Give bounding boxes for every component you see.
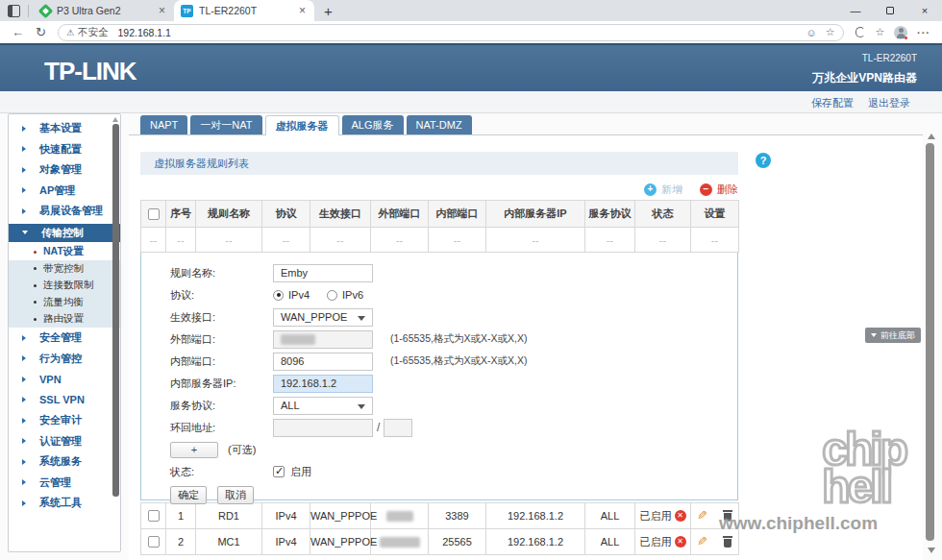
sidebar-item-basic-settings[interactable]: 基本设置 [9, 118, 120, 139]
external-port-input[interactable] [273, 330, 373, 349]
delete-rule-button[interactable]: − 删除 [700, 183, 738, 197]
browser-tab-p3[interactable]: P3 Ultra Gen2 × [34, 0, 174, 21]
tab-actions-icon[interactable] [8, 5, 20, 17]
cancel-button[interactable]: 取消 [217, 486, 254, 504]
server-ip-input[interactable] [273, 375, 373, 393]
logout-link[interactable]: 退出登录 [868, 97, 910, 109]
col-header: 协议 [262, 201, 310, 228]
chevron-down-icon [358, 404, 365, 409]
filter-cell[interactable]: -- [486, 228, 585, 253]
edit-icon[interactable] [697, 510, 709, 523]
sidebar-scrollbar[interactable] [112, 124, 119, 497]
rule-table-header: 序号 规则名称 协议 生效接口 外部端口 内部端口 内部服务器IP 服务协议 状… [140, 200, 739, 253]
disable-icon[interactable]: ✕ [675, 510, 686, 522]
tab-napt[interactable]: NAPT [140, 115, 187, 134]
add-rule-button[interactable]: + 新增 [644, 183, 682, 197]
ok-button[interactable]: 确定 [170, 486, 207, 504]
row-checkbox[interactable] [148, 510, 160, 522]
filter-cell[interactable]: -- [166, 228, 196, 253]
page-scroll-up-icon[interactable] [928, 134, 935, 139]
tab-alg-service[interactable]: ALG服务 [342, 115, 404, 134]
close-window-button[interactable]: × [907, 0, 942, 21]
sidebar-item-vpn[interactable]: VPN [9, 369, 120, 390]
select-all-checkbox[interactable] [148, 208, 160, 220]
tab-one-to-one-nat[interactable]: 一对一NAT [190, 115, 261, 134]
row-checkbox[interactable] [148, 536, 160, 548]
tab-virtual-server[interactable]: 虚拟服务器 [265, 115, 339, 135]
internal-port-input[interactable] [273, 353, 373, 371]
sidebar-item-behavior-control[interactable]: 行为管控 [9, 349, 120, 370]
sidebar-item-quick-setup[interactable]: 快速配置 [9, 139, 120, 160]
ipv6-radio[interactable] [327, 290, 337, 301]
sidebar-subitem-load-balance[interactable]: 流量均衡 [9, 294, 120, 311]
filter-cell[interactable]: -- [262, 228, 310, 253]
sidebar-scroll-up-icon[interactable] [112, 117, 118, 122]
bullet-icon [34, 301, 37, 304]
minimize-button[interactable]: — [838, 0, 873, 21]
loopback-input[interactable] [273, 419, 373, 437]
edit-icon[interactable] [697, 536, 709, 548]
feedback-icon[interactable]: ☺ [806, 27, 816, 38]
sidebar-item-mesh-device-mgmt[interactable]: 易展设备管理 [9, 201, 120, 222]
url-text[interactable]: 192.168.1.1 [117, 27, 170, 38]
sidebar-item-object-mgmt[interactable]: 对象管理 [9, 159, 120, 181]
rule-table-rows: 1 RD1 IPv4 WAN_PPPOE 3389 192.168.1.2 AL… [140, 502, 739, 555]
loopback-mask-input[interactable] [384, 419, 412, 437]
tab-nat-dmz[interactable]: NAT-DMZ [407, 115, 472, 134]
disable-icon[interactable]: ✕ [675, 536, 686, 548]
sidebar-item-system-tools[interactable]: 系统工具 [9, 493, 120, 514]
table-row: 1 RD1 IPv4 WAN_PPPOE 3389 192.168.1.2 AL… [141, 503, 739, 529]
goto-bottom-button[interactable]: 前往底部 [865, 328, 921, 343]
back-icon[interactable]: ← [12, 25, 24, 39]
filter-cell[interactable]: -- [429, 228, 486, 253]
enable-checkbox[interactable] [273, 466, 285, 477]
redacted-value [380, 537, 420, 548]
page-scrollbar[interactable] [926, 143, 934, 541]
browser-essentials-icon[interactable] [855, 27, 866, 37]
browser-menu-icon[interactable]: ··· [917, 27, 930, 38]
interface-select[interactable]: WAN_PPPOE [273, 308, 373, 327]
notification-dot [904, 36, 909, 41]
restore-button[interactable] [873, 0, 907, 21]
delete-icon[interactable] [723, 536, 732, 548]
save-config-link[interactable]: 保存配置 [811, 97, 854, 109]
sidebar-item-auth-mgmt[interactable]: 认证管理 [9, 431, 120, 452]
collections-icon[interactable]: ☆ [875, 26, 884, 38]
sidebar-subitem-nat-settings[interactable]: NAT设置 [9, 244, 120, 261]
rule-name-input[interactable] [273, 264, 373, 282]
sidebar-subitem-bandwidth-control[interactable]: 带宽控制 [9, 260, 120, 278]
help-icon[interactable]: ? [756, 153, 771, 168]
filter-cell[interactable]: -- [141, 228, 166, 253]
profile-avatar[interactable] [894, 26, 907, 39]
table-row: 2 MC1 IPv4 WAN_PPPOE 25565 192.168.1.2 A… [141, 529, 739, 555]
protocol-label: 协议: [170, 288, 273, 303]
not-secure-label[interactable]: 不安全 [78, 26, 109, 39]
reload-icon[interactable]: ↻ [36, 25, 46, 39]
delete-icon[interactable] [723, 510, 732, 522]
sidebar-subitem-connection-limit[interactable]: 连接数限制 [9, 278, 120, 295]
filter-cell[interactable]: -- [691, 228, 739, 253]
ipv4-radio[interactable] [273, 290, 284, 301]
filter-cell[interactable]: -- [196, 228, 262, 253]
sidebar-subitem-routing[interactable]: 路由设置 [9, 311, 120, 329]
tab2-close-icon[interactable]: × [297, 4, 308, 17]
sidebar-item-system-services[interactable]: 系统服务 [9, 451, 120, 473]
filter-cell[interactable]: -- [635, 228, 691, 253]
page-scroll-down-icon[interactable] [928, 548, 935, 553]
sidebar-item-security-mgmt[interactable]: 安全管理 [9, 328, 120, 349]
add-row-button[interactable]: + [170, 442, 218, 458]
new-tab-button[interactable]: + [324, 3, 333, 19]
filter-cell[interactable]: -- [310, 228, 371, 253]
address-input[interactable]: ⚠ 不安全 192.168.1.1 ☺ ☆ [58, 24, 844, 41]
sidebar-item-transmission-control[interactable]: 传输控制 [9, 224, 120, 242]
sidebar-item-security-audit[interactable]: 安全审计 [9, 410, 120, 431]
favorite-star-icon[interactable]: ☆ [826, 26, 835, 38]
filter-cell[interactable]: -- [371, 228, 429, 253]
sidebar-item-ssl-vpn[interactable]: SSL VPN [9, 390, 120, 411]
browser-tab-router[interactable]: TP TL-ER2260T × [174, 0, 314, 21]
tab1-close-icon[interactable]: × [157, 4, 167, 17]
service-protocol-select[interactable]: ALL [273, 397, 373, 415]
filter-cell[interactable]: -- [585, 228, 635, 253]
sidebar-item-ap-mgmt[interactable]: AP管理 [9, 181, 120, 202]
sidebar-item-cloud-mgmt[interactable]: 云管理 [9, 473, 120, 494]
